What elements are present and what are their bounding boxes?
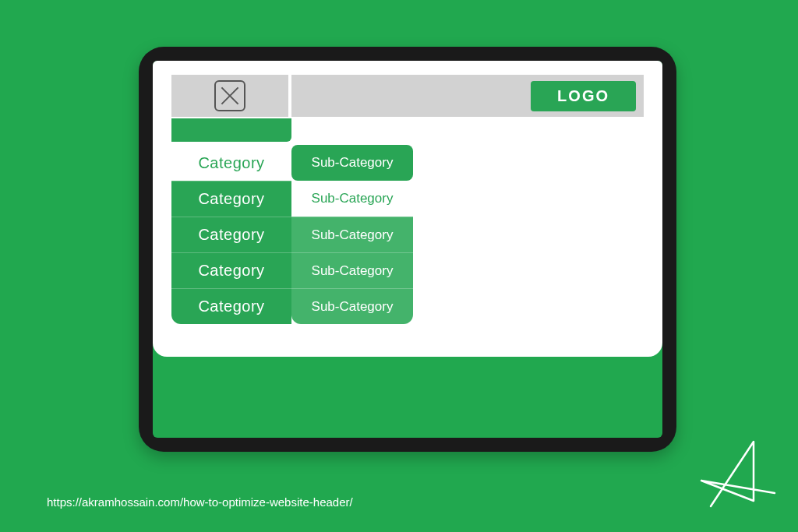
logo-cell: LOGO (291, 75, 644, 117)
logo-badge[interactable]: LOGO (531, 81, 636, 111)
menu-grid: Category Sub-Category Category Sub-Categ… (171, 145, 644, 324)
tablet-frame: LOGO Category Sub-Category Category Sub-… (139, 47, 676, 452)
category-item[interactable]: Category (171, 288, 291, 324)
close-cell (171, 75, 288, 117)
source-url: https://akramhossain.com/how-to-optimize… (47, 495, 353, 509)
content-panel: LOGO Category Sub-Category Category Sub-… (153, 61, 662, 357)
menu-row: Category Sub-Category (171, 181, 644, 217)
sub-category-item[interactable]: Sub-Category (291, 181, 413, 217)
menu-row: Category Sub-Category (171, 217, 644, 252)
category-item[interactable]: Category (171, 145, 291, 181)
category-item[interactable]: Category (171, 217, 291, 252)
header-bar: LOGO (171, 75, 644, 117)
sub-category-item[interactable]: Sub-Category (291, 252, 413, 288)
category-item[interactable]: Category (171, 252, 291, 288)
nav-strip (171, 118, 291, 142)
menu-row: Category Sub-Category (171, 252, 644, 288)
menu-row: Category Sub-Category (171, 145, 644, 181)
category-item[interactable]: Category (171, 181, 291, 217)
sub-category-item[interactable]: Sub-Category (291, 288, 413, 324)
menu-row: Category Sub-Category (171, 288, 644, 324)
sub-category-item[interactable]: Sub-Category (291, 217, 413, 252)
sub-category-item[interactable]: Sub-Category (291, 145, 413, 181)
close-icon[interactable] (214, 80, 245, 111)
tablet-screen: LOGO Category Sub-Category Category Sub-… (153, 61, 662, 438)
signature-icon (695, 432, 781, 518)
